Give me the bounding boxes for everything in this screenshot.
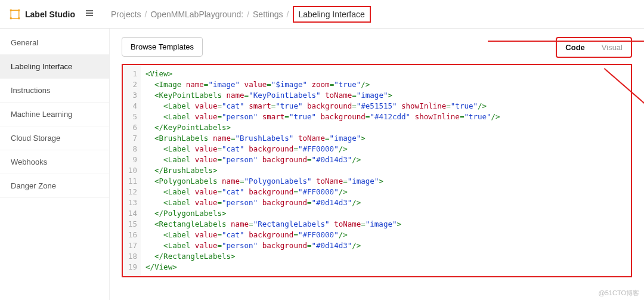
svg-rect-4 xyxy=(18,17,20,19)
hamburger-icon[interactable] xyxy=(85,8,94,20)
sidebar-item-labeling-interface[interactable]: Labeling Interface xyxy=(0,55,109,79)
sidebar-item-machine-learning[interactable]: Machine Learning xyxy=(0,103,109,126)
line-gutter: 12345678910111213141516171819 xyxy=(123,65,141,276)
svg-rect-0 xyxy=(11,10,19,18)
crumb-projects[interactable]: Projects xyxy=(111,10,141,19)
brand[interactable]: Label Studio xyxy=(10,8,99,20)
crumb-sep: / xyxy=(145,10,147,19)
main: Browse Templates Code Visual 12345678910… xyxy=(110,29,644,300)
sidebar: General Labeling Interface Instructions … xyxy=(0,29,110,300)
code-content[interactable]: <View> <Image name="image" value="$image… xyxy=(141,65,505,276)
sidebar-item-danger-zone[interactable]: Danger Zone xyxy=(0,174,109,198)
svg-rect-3 xyxy=(10,17,12,19)
crumb-settings[interactable]: Settings xyxy=(253,10,283,19)
code-editor[interactable]: 12345678910111213141516171819 <View> <Im… xyxy=(122,64,632,277)
crumb-project-name[interactable]: OpenMMLabPlayground: xyxy=(150,10,243,19)
breadcrumbs: Projects / OpenMMLabPlayground: / Settin… xyxy=(111,6,371,23)
sidebar-item-general[interactable]: General xyxy=(0,31,109,55)
crumb-sep: / xyxy=(287,10,289,19)
browse-templates-button[interactable]: Browse Templates xyxy=(122,37,203,57)
crumb-labeling-interface[interactable]: Labeling Interface xyxy=(293,6,371,23)
topbar: Label Studio Projects / OpenMMLabPlaygro… xyxy=(0,0,644,29)
logo-icon xyxy=(10,9,20,20)
crumb-sep: / xyxy=(247,10,249,19)
watermark: @51CTO博客 xyxy=(599,289,639,298)
svg-rect-1 xyxy=(10,9,12,11)
sidebar-item-instructions[interactable]: Instructions xyxy=(0,79,109,103)
sidebar-item-cloud-storage[interactable]: Cloud Storage xyxy=(0,126,109,150)
sidebar-item-webhooks[interactable]: Webhooks xyxy=(0,150,109,174)
annotation-line xyxy=(488,41,644,42)
svg-rect-2 xyxy=(18,9,20,11)
brand-name: Label Studio xyxy=(25,10,75,19)
